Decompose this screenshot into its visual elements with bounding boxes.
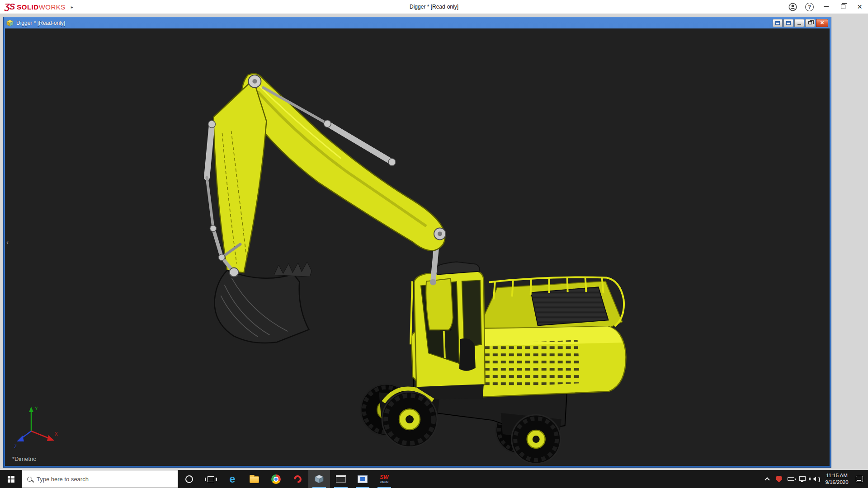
blue-app-window-icon (358, 475, 368, 483)
blue-app-window-button[interactable] (352, 470, 373, 488)
solidworks-logo: ƷS SOLIDWORKS ▸ (0, 2, 73, 12)
minimize-icon (797, 24, 801, 25)
taskbar: e SW 2020 11:15 AM 9/16/2020 (0, 470, 868, 488)
solidworks-2020-icon: SW 2020 (380, 474, 388, 484)
app-minimize-button[interactable] (818, 0, 835, 14)
search-input[interactable] (37, 476, 173, 483)
console-window-button[interactable] (330, 470, 352, 488)
restore-icon (841, 5, 845, 9)
cortana-button[interactable] (178, 470, 200, 488)
brand-flyout-arrow-icon[interactable]: ▸ (71, 5, 73, 9)
chevron-up-icon (764, 477, 769, 482)
app-maximize-button[interactable] (835, 0, 851, 14)
bucket[interactable] (214, 262, 311, 343)
search-icon (27, 477, 32, 482)
help-button[interactable]: ? (801, 0, 818, 14)
action-center-icon (856, 476, 863, 482)
doc-close-button[interactable]: ✕ (816, 19, 828, 27)
featuremanager-collapse-chevron[interactable]: ‹ (6, 239, 9, 245)
viewport-3d[interactable]: Y X Z *Dimetric ‹ (5, 28, 830, 466)
doc-preview-button[interactable] (773, 19, 783, 27)
battery-icon (788, 477, 794, 481)
adobe-reader-button[interactable] (287, 470, 308, 488)
app-titlebar: ƷS SOLIDWORKS ▸ Digger * [Read-only] ? ✕ (0, 0, 868, 14)
triad-z-label: Z (14, 444, 17, 449)
console-window-icon (336, 475, 346, 483)
task-view-button[interactable] (200, 470, 222, 488)
brand-solid-text: SOLID (17, 3, 38, 11)
tray-power-button[interactable] (785, 470, 797, 488)
network-icon (799, 476, 806, 481)
tray-network-button[interactable] (797, 470, 808, 488)
chrome-icon (271, 474, 281, 484)
window-preview-icon (775, 21, 780, 25)
cad-part-button[interactable] (308, 470, 330, 488)
close-icon: ✕ (857, 3, 863, 10)
digger-model[interactable] (5, 28, 830, 466)
triad-x-label: X (55, 432, 58, 436)
wheel-front-right[interactable] (512, 415, 561, 464)
edge-icon: e (230, 474, 236, 484)
help-icon: ? (805, 3, 814, 11)
doc-preview2-button[interactable] (783, 19, 793, 27)
file-explorer-icon (250, 476, 259, 483)
account-icon (788, 3, 797, 11)
window-preview-icon (786, 21, 791, 25)
triad-y-label: Y (35, 406, 38, 411)
clock-date: 9/16/2020 (820, 479, 854, 486)
boom-arm[interactable] (242, 74, 445, 251)
minimize-icon (824, 6, 829, 7)
volume-icon (811, 477, 816, 481)
clock-time: 11:15 AM (820, 472, 854, 479)
restore-icon (808, 21, 812, 24)
action-center-button[interactable] (854, 470, 865, 488)
wheel-front-left[interactable] (382, 392, 437, 447)
doc-restore-button[interactable] (805, 19, 815, 27)
tray-overflow-button[interactable] (761, 470, 773, 488)
taskbar-clock[interactable]: 11:15 AM 9/16/2020 (820, 470, 854, 488)
part-document-icon (6, 19, 14, 27)
doc-window-controls: ✕ (773, 19, 828, 27)
account-button[interactable] (784, 0, 801, 14)
edge-button[interactable]: e (222, 470, 243, 488)
app-window-title: Digger * [Read-only] (136, 4, 732, 10)
start-button[interactable] (0, 470, 22, 488)
boom-mount[interactable] (426, 239, 453, 330)
security-shield-icon (776, 476, 782, 483)
windows-logo-icon (8, 476, 14, 483)
system-tray: 11:15 AM 9/16/2020 (761, 470, 868, 488)
chrome-button[interactable] (265, 470, 287, 488)
taskbar-search[interactable] (22, 470, 178, 488)
document-window: Digger * [Read-only] ✕ (3, 17, 831, 468)
tray-volume-button[interactable] (808, 470, 820, 488)
app-window-controls: ? ✕ (784, 0, 868, 14)
cortana-icon (185, 475, 193, 483)
task-view-icon (208, 476, 214, 482)
tray-security-button[interactable] (773, 470, 785, 488)
file-explorer-button[interactable] (243, 470, 265, 488)
cad-part-icon (314, 474, 324, 484)
orientation-triad[interactable]: Y X Z (10, 403, 65, 450)
adobe-reader-icon (292, 474, 303, 484)
app-close-button[interactable]: ✕ (851, 0, 868, 14)
doc-title: Digger * [Read-only] (16, 20, 65, 26)
view-orientation-label: *Dimetric (12, 455, 36, 462)
doc-titlebar[interactable]: Digger * [Read-only] ✕ (5, 17, 830, 28)
doc-minimize-button[interactable] (794, 19, 804, 27)
brand-works-text: WORKS (39, 3, 66, 11)
3ds-logo-icon: ƷS (5, 2, 14, 12)
solidworks-2020-button[interactable]: SW 2020 (373, 470, 395, 488)
